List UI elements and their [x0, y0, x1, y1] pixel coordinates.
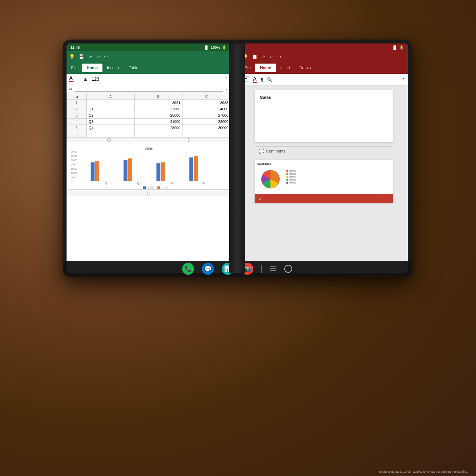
- word-undo-icon[interactable]: ↩: [269, 54, 273, 59]
- collapse-icon[interactable]: ⌃: [225, 77, 228, 81]
- legend-label-a: Item A: [289, 170, 296, 172]
- undo-icon[interactable]: ↩: [96, 54, 100, 59]
- comments-label: Comments: [266, 149, 285, 154]
- word-share-icon[interactable]: ↗: [262, 54, 266, 59]
- save-icon[interactable]: 💾: [79, 54, 84, 59]
- word-status-icons: ▐▌ 🔋: [392, 45, 404, 50]
- cell-b4[interactable]: 21000: [134, 119, 182, 125]
- x-label-q3: Q3: [170, 182, 173, 185]
- row-4-header: 4: [67, 119, 87, 125]
- legend-item-c: Item C: [286, 176, 296, 178]
- word-quick-toolbar: 💡 📋 ↗ ↩ ↪: [240, 51, 408, 62]
- chart-title: Sales: [71, 147, 226, 150]
- categories-label: Categories: [257, 162, 284, 165]
- bulb-icon[interactable]: 💡: [69, 54, 75, 59]
- bottom-scroll-handle[interactable]: [147, 192, 150, 195]
- tab-insert[interactable]: Insert ▾: [102, 64, 124, 72]
- font-color-icon[interactable]: A: [69, 75, 73, 82]
- nav-divider: [261, 265, 262, 273]
- cell-a3[interactable]: Q2: [87, 112, 135, 119]
- word-font-color-icon[interactable]: A: [253, 76, 257, 83]
- cell-b1[interactable]: 2021: [134, 100, 182, 106]
- pie-chart-container: Categories: [257, 162, 284, 191]
- tab-table[interactable]: Table: [124, 64, 143, 72]
- cell-a6[interactable]: [87, 131, 135, 137]
- legend-dot-e: [286, 182, 288, 184]
- legend-2021: 2021: [143, 186, 153, 189]
- formula-expand-icon[interactable]: ⌄: [225, 87, 228, 90]
- redo-icon[interactable]: ↪: [104, 54, 108, 59]
- word-battery: 🔋: [399, 45, 404, 50]
- tab-home[interactable]: Home: [82, 64, 102, 72]
- wrap-icon[interactable]: ⊞: [84, 76, 88, 82]
- word-para-icon[interactable]: ¶: [261, 77, 263, 82]
- cell-c5[interactable]: 30000: [182, 125, 231, 131]
- cell-a5[interactable]: Q4: [87, 125, 135, 131]
- share-icon[interactable]: ↗: [88, 54, 92, 59]
- cell-a1[interactable]: [87, 100, 135, 106]
- cell-c4[interactable]: 22000: [182, 119, 231, 125]
- word-redo-icon[interactable]: ↪: [277, 54, 281, 59]
- word-document-page[interactable]: Sales: [255, 90, 393, 142]
- word-search-icon[interactable]: 🔍: [267, 77, 272, 82]
- bar-group-q3: [156, 162, 187, 181]
- x-label-q2: Q2: [137, 182, 141, 185]
- legend-2022: 2022: [157, 186, 167, 189]
- cell-c3[interactable]: 27000: [182, 112, 231, 119]
- cell-b2[interactable]: 22000: [134, 106, 182, 112]
- excel-ribbon: File Home Insert ▾ Table: [67, 62, 231, 74]
- cell-b3[interactable]: 25000: [134, 112, 182, 119]
- legend-label-c: Item C: [289, 176, 296, 178]
- word-tab-draw[interactable]: Draw ▾: [295, 64, 316, 72]
- word-page-title: Sales: [260, 95, 388, 100]
- tab-insert-label: Insert: [107, 66, 117, 70]
- nav-home-icon[interactable]: [284, 265, 292, 273]
- bar-q1-2021: [91, 162, 95, 181]
- cell-c6[interactable]: [182, 131, 231, 137]
- align-icon[interactable]: ≡: [77, 76, 80, 82]
- bar-q2-2021: [124, 160, 127, 181]
- cell-c1[interactable]: 2022: [182, 100, 231, 106]
- slide-number: 5: [259, 196, 261, 201]
- nav-phone-icon[interactable]: 📞: [182, 263, 194, 275]
- chart-x-labels: Q1 Q2 Q3 Q4: [84, 182, 226, 185]
- cell-a4[interactable]: Q3: [87, 119, 135, 125]
- nav-message-icon[interactable]: 💬: [202, 263, 214, 275]
- word-tab-home[interactable]: Home: [255, 64, 275, 72]
- nav-line-2: [270, 268, 276, 269]
- comments-section[interactable]: 💬 Comments: [255, 146, 393, 156]
- tab-table-label: Table: [129, 66, 138, 70]
- format-icon[interactable]: 123: [92, 76, 99, 82]
- legend-dot-c: [286, 176, 288, 178]
- word-collapse-icon[interactable]: ⌃: [402, 77, 405, 82]
- row-5-header: 5: [67, 125, 87, 131]
- bottom-scroll-bar[interactable]: [67, 191, 231, 196]
- legend-label-b: Item B: [289, 173, 296, 175]
- scroll-handle-right[interactable]: [187, 138, 190, 142]
- scroll-bar[interactable]: [67, 137, 231, 142]
- spreadsheet-area[interactable]: ◢ A B C 1 2021 2022: [67, 93, 231, 273]
- legend-label-d: Item D: [289, 179, 296, 181]
- scroll-handle-left[interactable]: [107, 138, 111, 142]
- word-tab-insert[interactable]: Insert: [276, 64, 295, 72]
- word-tab-insert-label: Insert: [280, 66, 290, 70]
- ppt-slide-bottom-bar: 5: [255, 194, 393, 203]
- nav-recent-icon[interactable]: [270, 266, 276, 271]
- table-row: 3 Q2 25000 27000: [67, 112, 231, 119]
- cell-b5[interactable]: 28000: [134, 125, 182, 131]
- row-6-header: 6: [67, 131, 87, 137]
- excel-subtoolbar: A ≡ ⊞ 123 ⌃: [67, 74, 231, 84]
- column-headers: ◢ A B C: [67, 93, 231, 100]
- x-label-q1: Q1: [105, 182, 109, 185]
- tab-file[interactable]: File: [67, 64, 82, 72]
- y-label-5k: 5000: [71, 176, 77, 179]
- table-row: 1 2021 2022: [67, 100, 231, 106]
- cell-c2[interactable]: 24000: [182, 106, 231, 112]
- legend-item-a: Item A: [286, 170, 296, 172]
- word-presentation-icon[interactable]: 📋: [252, 54, 258, 59]
- device-hinge: [229, 43, 245, 273]
- pie-chart-svg: [257, 167, 284, 190]
- cell-b6[interactable]: [134, 131, 182, 137]
- cell-a2[interactable]: Q1: [87, 106, 135, 112]
- word-ribbon: File Home Insert Draw ▾: [240, 62, 408, 74]
